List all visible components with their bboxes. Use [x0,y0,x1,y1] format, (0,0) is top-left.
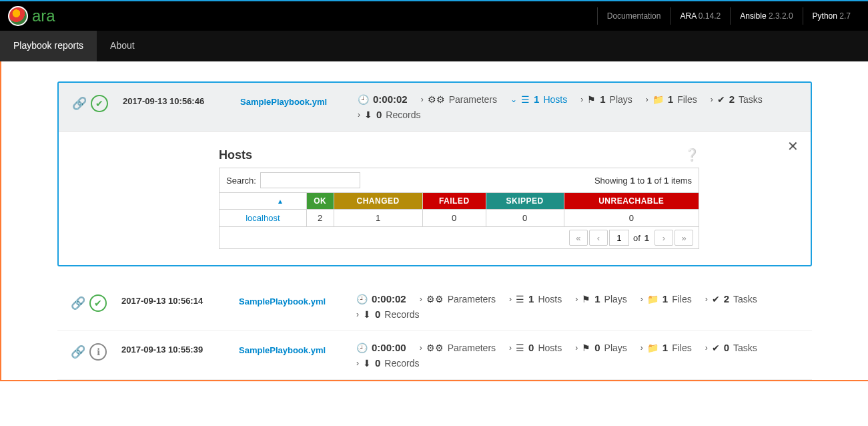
playbook-panel-expanded: 🔗 ✔ 2017-09-13 10:56:46 SamplePlaybook.y… [57,81,812,266]
playbook-date: 2017-09-13 10:56:14 [121,293,228,306]
playbook-row: 🔗 ℹ 2017-09-13 10:55:39 SamplePlaybook.y… [57,331,812,379]
tab-playbook-reports[interactable]: Playbook reports [0,31,97,61]
chevron-right-icon: › [640,343,643,353]
link-documentation[interactable]: Documentation [597,7,671,25]
status-info-icon: ℹ [89,343,107,361]
stat-tasks[interactable]: › ✔ 0 Tasks [705,342,757,353]
stat-hosts[interactable]: › ☰ 0 Hosts [509,342,562,353]
hosts-toolbar: Search: Showing 1 to 1 of 1 items [219,168,699,192]
playbook-row: 🔗 ✔ 2017-09-13 10:56:14 SamplePlaybook.y… [57,282,812,331]
clock-icon: 🕘 [356,343,368,353]
brand[interactable]: ara [8,6,55,26]
main-container: 🔗 ✔ 2017-09-13 10:56:46 SamplePlaybook.y… [0,61,868,381]
cell-unreachable: 0 [564,210,699,227]
playbook-link[interactable]: SamplePlaybook.yml [239,345,326,355]
chevron-right-icon: › [711,95,713,104]
link-ansible-version[interactable]: Ansible 2.3.2.0 [730,7,802,25]
search-label: Search: [226,176,256,186]
stat-records[interactable]: › ⬇ 0 Records [356,357,419,369]
playbook-link[interactable]: SamplePlaybook.yml [239,296,326,306]
permalink-icon[interactable]: 🔗 [71,345,85,359]
help-icon[interactable]: ❔ [685,148,699,162]
brand-text: ara [32,7,55,25]
stat-files[interactable]: › 📁 1 Files [640,342,692,353]
cogs-icon: ⚙⚙ [426,294,444,304]
clock-icon: 🕘 [356,294,368,304]
stat-records[interactable]: › ⬇ 0 Records [356,308,419,320]
link-python-version[interactable]: Python 2.7 [803,7,860,25]
col-failed[interactable]: FAILED [422,193,486,210]
flag-icon: ⚑ [587,94,596,105]
col-changed[interactable]: CHANGED [334,193,422,210]
cell-skipped: 0 [486,210,564,227]
folder-icon: 📁 [653,94,664,105]
chevron-right-icon: › [646,95,648,104]
permalink-icon[interactable]: 🔗 [72,96,87,111]
pager-page-input[interactable] [609,230,629,246]
stat-tasks[interactable]: › ✔ 2 Tasks [705,293,757,304]
flag-icon: ⚑ [582,343,590,353]
stat-hosts[interactable]: ⌄ ☰ 1 Hosts [510,93,567,105]
chevron-right-icon: › [420,343,422,353]
server-icon: ☰ [521,94,530,105]
chevron-right-icon: › [358,110,360,120]
stat-records[interactable]: › ⬇ 0 Records [358,109,420,120]
col-ok[interactable]: OK [306,193,334,210]
col-unreachable[interactable]: UNREACHABLE [564,193,699,210]
chevron-right-icon: › [356,310,359,319]
stat-duration: 🕘 0:00:02 [358,93,408,105]
table-row: localhost 2 1 0 0 0 [220,210,699,227]
stat-parameters[interactable]: › ⚙⚙ Parameters [421,94,497,105]
close-icon[interactable]: ✕ [787,138,799,154]
hosts-title: Hosts [219,148,252,162]
cell-failed: 0 [422,210,486,227]
chevron-right-icon: › [705,294,708,304]
stat-parameters[interactable]: › ⚙⚙ Parameters [420,343,496,353]
stat-plays[interactable]: › ⚑ 1 Plays [575,293,627,304]
search-input[interactable] [260,172,360,188]
flag-icon: ⚑ [582,294,590,304]
link-ara-version[interactable]: ARA 0.14.2 [670,7,730,25]
stat-duration: 🕘 0:00:02 [356,293,406,304]
stat-parameters[interactable]: › ⚙⚙ Parameters [420,294,496,304]
tab-about[interactable]: About [97,31,148,61]
permalink-icon[interactable]: 🔗 [71,296,85,310]
stat-files[interactable]: › 📁 1 Files [646,93,697,105]
playbook-link[interactable]: SamplePlaybook.yml [240,97,327,107]
inbox-icon: ⬇ [363,309,371,320]
host-link[interactable]: localhost [246,213,280,223]
showing-text: Showing 1 to 1 of 1 items [594,176,692,186]
pager-last-button[interactable]: » [675,230,693,246]
playbook-date: 2017-09-13 10:55:39 [121,342,228,355]
stat-plays[interactable]: › ⚑ 1 Plays [580,93,632,105]
cell-ok: 2 [306,210,334,227]
server-icon: ☰ [516,343,524,353]
cell-changed: 1 [334,210,422,227]
pager-first-button[interactable]: « [569,230,588,246]
col-skipped[interactable]: SKIPPED [486,193,564,210]
chevron-right-icon: › [509,343,512,353]
stat-files[interactable]: › 📁 1 Files [640,293,692,304]
stat-plays[interactable]: › ⚑ 0 Plays [575,342,627,353]
pager-next-button[interactable]: › [655,230,673,246]
hosts-table: Host▲ OK CHANGED FAILED SKIPPED UNREACHA… [219,192,699,227]
chevron-right-icon: › [575,294,578,304]
hosts-body: ✕ Hosts ❔ Search: Showing 1 to 1 of 1 it… [59,131,811,265]
stat-tasks[interactable]: › ✔ 2 Tasks [711,93,763,105]
chevron-right-icon: › [575,343,578,353]
playbook-date: 2017-09-13 10:56:46 [123,93,230,106]
clock-icon: 🕘 [358,94,369,105]
stat-hosts[interactable]: › ☰ 1 Hosts [509,293,562,304]
cogs-icon: ⚙⚙ [426,343,444,353]
chevron-right-icon: › [421,95,424,104]
chevron-down-icon: ⌄ [510,95,517,104]
inbox-icon: ⬇ [364,110,372,120]
check-icon: ✔ [712,343,720,353]
pager-prev-button[interactable]: ‹ [589,230,608,246]
inbox-icon: ⬇ [363,358,371,369]
col-host[interactable]: Host▲ [220,193,307,210]
playbook-head: 🔗 ✔ 2017-09-13 10:56:46 SamplePlaybook.y… [59,83,811,131]
stat-duration: 🕘 0:00:00 [356,342,406,353]
chevron-right-icon: › [356,359,359,368]
folder-icon: 📁 [647,294,659,304]
